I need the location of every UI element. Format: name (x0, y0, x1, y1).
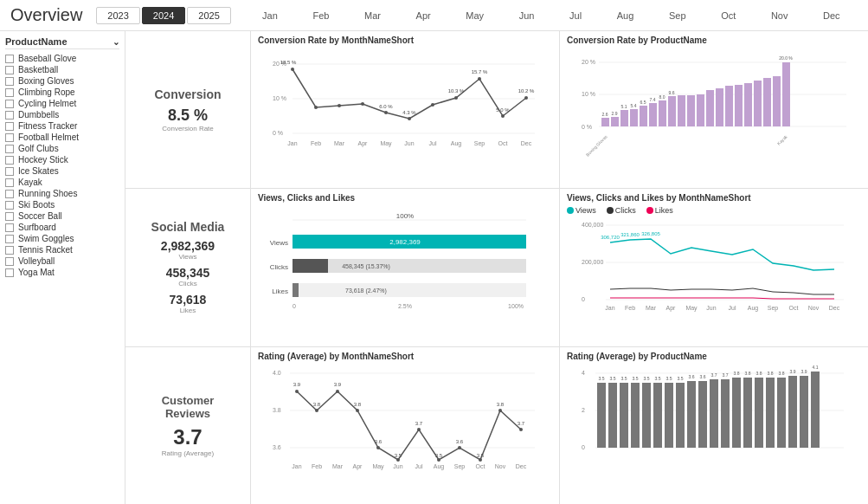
svg-text:5.0 %: 5.0 % (496, 107, 510, 113)
conversion-value-section: 8.5 % Conversion Rate (162, 107, 214, 132)
sidebar-label: Kayak (18, 178, 42, 187)
sidebar-item-ski-boots[interactable]: Ski Boots (5, 199, 119, 210)
sidebar-item-soccer-ball[interactable]: Soccer Ball (5, 210, 119, 222)
svg-text:3.8: 3.8 (497, 402, 505, 407)
svg-text:3.5: 3.5 (678, 376, 684, 381)
sidebar-item-volleyball[interactable]: Volleyball (5, 255, 119, 267)
month-sep[interactable]: Sep (664, 9, 691, 23)
month-aug[interactable]: Aug (612, 9, 640, 23)
checkbox-tennis-racket[interactable] (5, 246, 14, 255)
conv-point-aug (454, 96, 458, 100)
sidebar-item-football-helmet[interactable]: Football Helmet (5, 132, 119, 143)
checkbox-surfboard[interactable] (5, 223, 14, 232)
sidebar-label: Golf Clubs (18, 144, 59, 153)
checkbox-fitness-tracker[interactable] (5, 122, 14, 131)
sidebar-item-basketball[interactable]: Basketball (5, 64, 119, 75)
checkbox-hockey-stick[interactable] (5, 156, 14, 165)
checkbox-boxing-gloves[interactable] (5, 77, 14, 86)
checkbox-baseball-glove[interactable] (5, 55, 14, 63)
sidebar-item-tennis-racket[interactable]: Tennis Racket (5, 244, 119, 255)
month-jun[interactable]: Jun (514, 9, 540, 23)
checkbox-volleyball[interactable] (5, 257, 14, 266)
svg-text:Aug: Aug (451, 140, 462, 147)
conv-point-sep (478, 77, 481, 81)
conv-point-feb (314, 106, 318, 109)
month-may[interactable]: May (460, 9, 489, 23)
checkbox-ski-boots[interactable] (5, 201, 14, 210)
svg-text:7.4: 7.4 (650, 97, 656, 102)
reviews-value-section: 3.7 Rating (Average) (162, 425, 214, 457)
year-tab-2024[interactable]: 2024 (142, 7, 185, 24)
sidebar-item-ice-skates[interactable]: Ice Skates (5, 165, 119, 177)
conv-point-jan (291, 68, 294, 71)
bar-ice-skates (620, 110, 628, 126)
svg-text:Views: Views (270, 239, 288, 247)
checkbox-cycling-helmet[interactable] (5, 100, 14, 108)
sidebar-item-cycling-helmet[interactable]: Cycling Helmet (5, 98, 119, 109)
month-feb[interactable]: Feb (307, 9, 334, 23)
year-tab-2023[interactable]: 2023 (96, 7, 139, 24)
rbar-2 (608, 383, 617, 448)
dashboard: Conversion 8.5 % Conversion Rate Convers… (125, 31, 868, 504)
rbar-17 (777, 378, 786, 448)
month-oct[interactable]: Oct (716, 9, 741, 23)
sidebar-item-baseball-glove[interactable]: Baseball Glove (5, 53, 119, 64)
clicks-dot (607, 207, 614, 214)
checkbox-soccer-ball[interactable] (5, 212, 14, 221)
checkbox-basketball[interactable] (5, 66, 14, 74)
likes-bar-bg (293, 283, 526, 297)
sidebar-item-hockey-stick[interactable]: Hockey Stick (5, 154, 119, 165)
sidebar-label: Cycling Helmet (18, 99, 76, 108)
checkbox-golf-clubs[interactable] (5, 145, 14, 153)
month-tabs: Jan Feb Mar Apr May Jun Jul Aug Sep Oct … (245, 9, 858, 23)
sidebar-item-fitness-tracker[interactable]: Fitness Tracker (5, 120, 119, 132)
sidebar-item-boxing-gloves[interactable]: Boxing Gloves (5, 75, 119, 87)
rbar-19 (800, 376, 808, 448)
year-tab-2025[interactable]: 2025 (187, 7, 230, 24)
sidebar-chevron-icon[interactable]: ⌄ (113, 37, 119, 47)
clicks-value: 458,345 (166, 266, 210, 280)
sidebar-item-dumbbells[interactable]: Dumbbells (5, 109, 119, 120)
checkbox-climbing-rope[interactable] (5, 88, 14, 97)
customer-reviews-row: CustomerReviews 3.7 Rating (Average) Rat… (125, 347, 868, 504)
month-dec[interactable]: Dec (818, 9, 845, 23)
sidebar-item-running-shoes[interactable]: Running Shoes (5, 188, 119, 199)
month-jul[interactable]: Jul (564, 9, 587, 23)
bar-cycling-helmet (630, 109, 638, 126)
reviews-bar-svg: 4 2 0 (567, 365, 861, 477)
svg-text:321,860: 321,860 (620, 232, 640, 237)
svg-text:3.9: 3.9 (790, 369, 796, 374)
month-apr[interactable]: Apr (411, 9, 436, 23)
month-nov[interactable]: Nov (766, 9, 794, 23)
svg-text:458,345 (15.37%): 458,345 (15.37%) (342, 263, 390, 270)
social-media-metric: Social Media 2,982,369 Views 458,345 Cli… (125, 189, 251, 346)
rbar-9 (687, 381, 696, 448)
svg-text:Dec: Dec (521, 140, 532, 146)
checkbox-kayak[interactable] (5, 178, 14, 187)
checkbox-ice-skates[interactable] (5, 167, 14, 176)
checkbox-yoga-mat[interactable] (5, 268, 14, 277)
views-dot (567, 207, 574, 214)
checkbox-swim-goggles[interactable] (5, 235, 14, 243)
svg-text:3.8: 3.8 (273, 407, 281, 413)
sidebar-item-yoga-mat[interactable]: Yoga Mat (5, 267, 119, 278)
checkbox-football-helmet[interactable] (5, 133, 14, 142)
sidebar-label: Surfboard (18, 223, 56, 232)
month-jan[interactable]: Jan (257, 9, 283, 23)
rbar-18 (788, 376, 797, 448)
sidebar-item-surfboard[interactable]: Surfboard (5, 222, 119, 233)
bar-golf-clubs (697, 94, 704, 126)
svg-text:20 %: 20 % (582, 59, 595, 65)
sidebar-item-golf-clubs[interactable]: Golf Clubs (5, 143, 119, 154)
sidebar: ProductName ⌄ Baseball Glove Basketball … (0, 31, 125, 504)
sidebar-item-kayak[interactable]: Kayak (5, 177, 119, 188)
svg-point-82 (356, 409, 359, 412)
bar-boxing-gloves (601, 118, 609, 126)
year-tabs: 2023 2024 2025 (96, 7, 230, 24)
month-mar[interactable]: Mar (359, 9, 386, 23)
sidebar-item-climbing-rope[interactable]: Climbing Rope (5, 87, 119, 98)
svg-text:Oct: Oct (498, 140, 508, 146)
checkbox-dumbbells[interactable] (5, 111, 14, 120)
sidebar-item-swim-goggles[interactable]: Swim Goggles (5, 233, 119, 244)
checkbox-running-shoes[interactable] (5, 190, 14, 198)
